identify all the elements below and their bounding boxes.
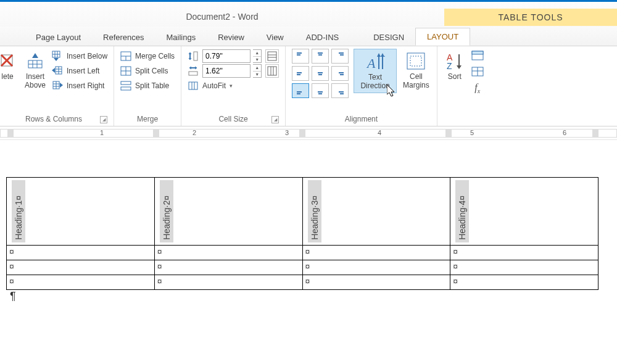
split-table-icon — [120, 80, 131, 91]
table-cell[interactable]: ¤ — [450, 246, 598, 260]
document-area[interactable]: Heading·1¤ Heading·2¤ Heading·3¤ Heading… — [0, 140, 617, 328]
align-bot-right[interactable] — [331, 83, 349, 98]
merge-cells-icon — [120, 51, 131, 62]
horizontal-ruler[interactable]: 1 2 3 4 5 6 — [0, 126, 617, 140]
table-row[interactable]: Heading·1¤ Heading·2¤ Heading·3¤ Heading… — [7, 178, 598, 246]
insert-right-button[interactable]: Insert Right — [52, 78, 107, 93]
tab-view[interactable]: View — [255, 29, 295, 46]
document-table[interactable]: Heading·1¤ Heading·2¤ Heading·3¤ Heading… — [6, 177, 598, 290]
align-bot-center[interactable] — [312, 83, 329, 98]
split-cells-button[interactable]: Split Cells — [120, 64, 175, 78]
autofit-button[interactable]: AutoFit ▾ — [188, 78, 279, 93]
split-cells-label: Split Cells — [135, 67, 168, 75]
svg-text:Z: Z — [447, 61, 452, 70]
table-cell[interactable]: ¤ — [450, 260, 598, 275]
tab-addins[interactable]: ADD-INS — [295, 29, 350, 46]
merge-cells-button[interactable]: Merge Cells — [120, 49, 175, 64]
split-table-button[interactable]: Split Table — [120, 78, 175, 93]
insert-left-icon — [52, 65, 63, 77]
table-cell[interactable]: ¤ — [7, 246, 155, 260]
align-bot-left[interactable] — [292, 83, 309, 98]
insert-above-button[interactable]: Insert Above — [23, 49, 47, 92]
convert-text-icon[interactable] — [471, 66, 484, 78]
row-height-stepper[interactable]: ▲▼ — [253, 49, 262, 63]
group-label-cell-size: Cell Size ◢ — [188, 113, 279, 126]
svg-rect-31 — [194, 52, 197, 60]
distribute-rows-icon[interactable] — [265, 49, 279, 63]
merge-cells-label: Merge Cells — [135, 52, 175, 60]
table-cell[interactable]: ¤ — [154, 275, 302, 290]
table-row[interactable]: ¤ ¤ ¤ ¤ — [7, 275, 598, 290]
insert-below-label: Insert Below — [67, 52, 107, 60]
ruler-mark: 1 — [100, 129, 104, 136]
ruler-mark: 5 — [470, 129, 474, 136]
table-header-cell[interactable]: Heading·1¤ — [7, 178, 155, 246]
table-row[interactable]: ¤ ¤ ¤ ¤ — [7, 260, 598, 275]
align-mid-center[interactable] — [312, 66, 329, 81]
svg-rect-68 — [410, 56, 421, 66]
table-cell[interactable]: ¤ — [302, 260, 450, 275]
autofit-icon — [188, 80, 199, 91]
rows-columns-launcher-icon[interactable]: ◢ — [100, 116, 107, 123]
col-width-field[interactable] — [202, 64, 251, 78]
align-top-right[interactable] — [331, 49, 349, 64]
distribute-cols-icon[interactable] — [265, 64, 279, 78]
formula-icon[interactable]: fx — [471, 82, 484, 94]
table-row[interactable]: ¤ ¤ ¤ ¤ — [7, 246, 598, 260]
table-cell[interactable]: ¤ — [7, 275, 155, 290]
ribbon-tabs: Page Layout References Mailings Review V… — [0, 27, 617, 46]
insert-below-button[interactable]: Insert Below — [52, 49, 107, 64]
tab-layout[interactable]: LAYOUT — [415, 28, 470, 46]
ruler-mark: 2 — [193, 129, 196, 136]
insert-left-button[interactable]: Insert Left — [52, 64, 107, 78]
split-cells-icon — [120, 65, 131, 77]
table-header-cell[interactable]: Heading·2¤ — [154, 178, 302, 246]
tab-page-layout[interactable]: Page Layout — [25, 29, 92, 46]
text-direction-button[interactable]: A Text Direction — [354, 49, 397, 93]
svg-marker-62 — [377, 53, 381, 57]
table-cell[interactable]: ¤ — [302, 246, 450, 260]
table-cell[interactable]: ¤ — [154, 246, 302, 260]
align-mid-right[interactable] — [331, 66, 349, 81]
svg-marker-64 — [381, 53, 384, 57]
align-mid-left[interactable] — [292, 66, 309, 81]
ruler-mark: 4 — [378, 129, 381, 136]
dropdown-icon: ▾ — [230, 83, 233, 89]
contextual-tab-title: TABLE TOOLS — [444, 9, 617, 26]
tab-references[interactable]: References — [92, 29, 155, 46]
col-width-input[interactable]: ▲▼ — [202, 64, 262, 78]
cell-size-launcher-icon[interactable]: ◢ — [271, 116, 279, 123]
tab-mailings[interactable]: Mailings — [155, 29, 207, 46]
delete-button[interactable]: lete — [0, 49, 19, 83]
row-height-input[interactable]: ▲▼ — [202, 49, 262, 63]
svg-rect-29 — [121, 81, 131, 85]
delete-icon — [0, 51, 17, 71]
title-bar: Document2 - Word TABLE TOOLS — [0, 2, 617, 27]
ruler-mark: 6 — [563, 129, 566, 136]
cell-margins-label: Cell Margins — [403, 72, 429, 89]
alignment-grid — [292, 49, 349, 98]
repeat-header-icon[interactable] — [471, 50, 484, 62]
col-width-icon — [188, 65, 199, 77]
row-height-field[interactable] — [202, 49, 251, 63]
align-top-left[interactable] — [292, 49, 309, 64]
svg-rect-39 — [189, 82, 197, 89]
svg-marker-7 — [32, 53, 38, 58]
tab-design[interactable]: DESIGN — [362, 29, 415, 46]
sort-button[interactable]: AZ Sort — [444, 49, 466, 83]
insert-below-icon — [52, 51, 63, 62]
svg-marker-17 — [52, 68, 55, 73]
svg-rect-30 — [121, 87, 131, 90]
table-cell[interactable]: ¤ — [154, 260, 302, 275]
table-cell[interactable]: ¤ — [302, 275, 450, 290]
table-header-cell[interactable]: Heading·4¤ — [450, 178, 598, 246]
align-top-center[interactable] — [312, 49, 329, 64]
insert-above-icon — [25, 51, 45, 71]
col-width-stepper[interactable]: ▲▼ — [253, 64, 262, 78]
header-text: Heading·2¤ — [162, 193, 172, 242]
cell-margins-button[interactable]: Cell Margins — [402, 49, 431, 92]
tab-review[interactable]: Review — [207, 29, 255, 46]
table-header-cell[interactable]: Heading·3¤ — [302, 178, 450, 246]
table-cell[interactable]: ¤ — [450, 275, 598, 290]
table-cell[interactable]: ¤ — [7, 260, 155, 275]
